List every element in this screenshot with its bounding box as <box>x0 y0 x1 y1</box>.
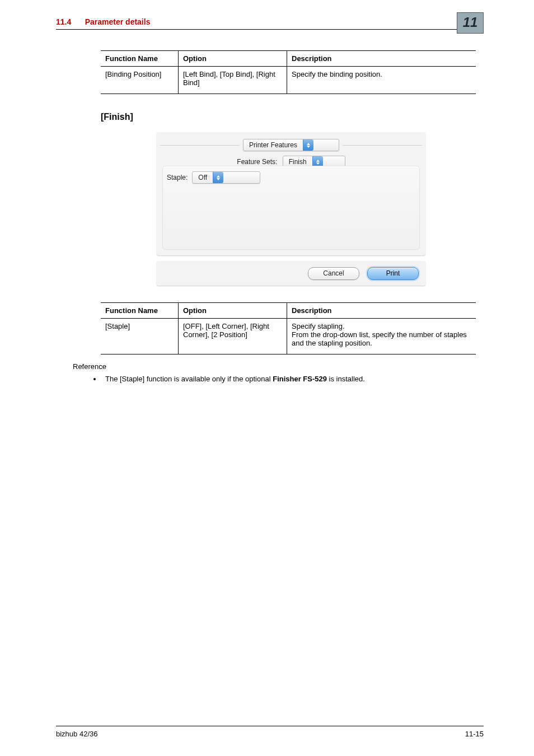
params-table-binding: Function Name Option Description [Bindin… <box>101 50 476 94</box>
print-button[interactable]: Print <box>367 267 419 280</box>
triangle-up-icon <box>316 160 320 162</box>
cell-function-name: [Binding Position] <box>101 67 179 94</box>
table-header-row: Function Name Option Description <box>101 303 476 319</box>
main-select[interactable]: Printer Features <box>243 139 339 151</box>
page-footer: bizhub 42/36 11-15 <box>56 726 484 738</box>
page-header: 11.4 Parameter details <box>56 17 484 34</box>
table-row: [Binding Position] [Left Bind], [Top Bin… <box>101 67 476 94</box>
cell-option: [OFF], [Left Corner], [Right Corner], [2… <box>179 319 287 354</box>
header-rule <box>56 29 467 30</box>
reference-item: The [Staple] function is available only … <box>102 374 484 384</box>
chevron-updown-icon <box>303 139 313 151</box>
staple-value: Off <box>198 174 213 181</box>
th-function-name: Function Name <box>101 303 179 319</box>
footer-left: bizhub 42/36 <box>56 730 97 738</box>
triangle-up-icon <box>307 143 310 145</box>
th-option: Option <box>179 51 287 67</box>
th-option: Option <box>179 303 287 319</box>
content-area: Function Name Option Description [Bindin… <box>56 50 484 384</box>
print-dialog: Printer Features Feature Sets: Finish <box>157 132 425 286</box>
th-description: Description <box>287 51 476 67</box>
cell-function-name: [Staple] <box>101 319 179 354</box>
section-heading-finish: [Finish] <box>101 112 484 122</box>
cell-option: [Left Bind], [Top Bind], [Right Bind] <box>179 67 287 94</box>
section-number: 11.4 <box>56 17 71 26</box>
triangle-down-icon <box>217 178 220 180</box>
cell-description: Specify stapling. From the drop-down lis… <box>287 319 476 354</box>
table-header-row: Function Name Option Description <box>101 51 476 67</box>
reference-heading: Reference <box>73 362 484 371</box>
triangle-down-icon <box>316 162 320 165</box>
dialog-upper-panel: Printer Features Feature Sets: Finish <box>157 132 425 255</box>
chapter-badge: 11 <box>457 12 484 34</box>
reference-text-after: is installed. <box>327 375 365 383</box>
cell-description: Specify the binding position. <box>287 67 476 94</box>
th-function-name: Function Name <box>101 51 179 67</box>
separator-line-left <box>160 145 240 146</box>
params-table-staple: Function Name Option Description [Staple… <box>101 302 476 354</box>
triangle-up-icon <box>217 175 220 178</box>
main-select-row: Printer Features <box>157 139 425 151</box>
chevron-updown-icon <box>213 172 223 183</box>
feature-sets-label: Feature Sets: <box>237 158 277 166</box>
reference-block: Reference The [Staple] function is avail… <box>73 362 484 384</box>
footer-right: 11-15 <box>465 730 484 738</box>
main-select-label: Printer Features <box>249 141 303 149</box>
section-title: Parameter details <box>85 17 151 26</box>
separator-line-right <box>343 145 422 146</box>
reference-bold: Finisher FS-529 <box>273 375 327 383</box>
staple-select[interactable]: Off <box>192 171 260 184</box>
reference-list: The [Staple] function is available only … <box>73 374 484 384</box>
th-description: Description <box>287 303 476 319</box>
table-row: [Staple] [OFF], [Left Corner], [Right Co… <box>101 319 476 354</box>
feature-sets-value: Finish <box>289 158 312 166</box>
cancel-button[interactable]: Cancel <box>308 267 359 280</box>
dialog-lower-panel: Cancel Print <box>157 261 425 286</box>
triangle-down-icon <box>307 146 310 148</box>
staple-row: Staple: Off <box>167 171 260 184</box>
reference-text-before: The [Staple] function is available only … <box>105 375 273 383</box>
staple-label: Staple: <box>167 174 188 181</box>
